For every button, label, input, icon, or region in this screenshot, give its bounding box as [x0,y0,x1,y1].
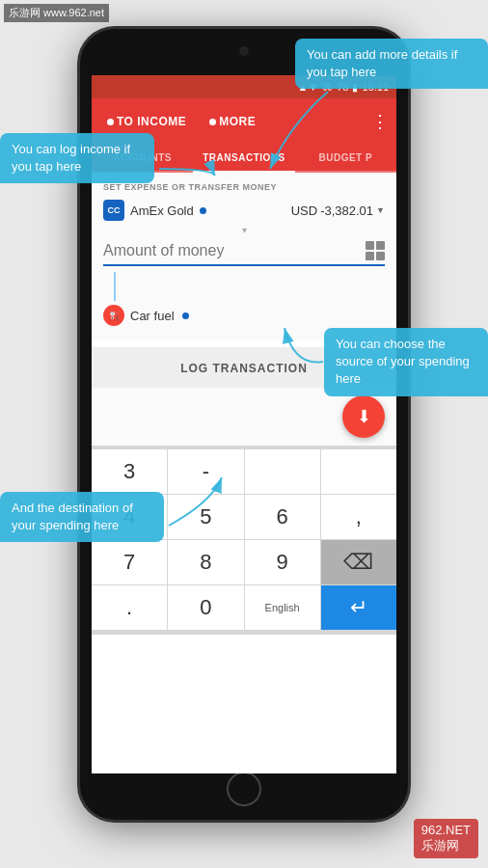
account-amount: USD -3,382.01 ▼ [291,203,385,218]
tab-transactions[interactable]: TRANSACTIONS [193,145,294,173]
down-caret: ▾ [103,225,385,235]
key-empty-2 [321,449,396,494]
key-5[interactable]: 5 [168,495,243,539]
keyboard-row-4: . 0 English ↵ [92,585,396,630]
account-left: CC AmEx Gold [103,200,206,221]
key-0[interactable]: 0 [168,585,243,630]
fab-download-icon: ⬇ [357,406,371,427]
callout-log-income: You can log income if you tap here [0,133,154,183]
calculator-icon[interactable] [366,241,385,260]
amount-value: -3,382.01 [320,203,373,218]
phone-camera [239,46,249,56]
more-label: MORE [219,115,256,128]
key-dot[interactable]: . [92,585,167,630]
content-area: SET EXPENSE OR TRANSFER MONEY CC AmEx Go… [92,173,396,339]
category-row: ⛽ Car fuel [103,305,385,326]
calc-cell-4 [376,252,385,260]
log-button-label: LOG TRANSACTION [180,362,308,375]
keyboard-row-1: 3 - [92,449,396,494]
wm-line1: 962.NET [421,823,471,837]
fab-row: ⬇ [92,388,396,446]
key-backspace[interactable]: ⌫ [321,540,396,584]
account-icon: CC [103,200,124,221]
watermark-bottom: 962.NET 乐游网 [414,819,478,858]
category-name[interactable]: Car fuel [130,309,175,323]
key-9[interactable]: 9 [245,540,320,584]
calc-cell-3 [366,252,374,260]
to-income-button[interactable]: TO INCOME [99,111,194,132]
account-select-dot [200,207,206,214]
keyboard-row-3: 7 8 9 ⌫ [92,540,396,584]
callout-destination: And the destination of your spending her… [0,492,164,542]
menu-icon: ⋮ [371,111,389,132]
key-6[interactable]: 6 [245,495,320,539]
tab-budget[interactable]: BUDGET P [295,145,396,173]
key-8[interactable]: 8 [168,540,243,584]
key-3[interactable]: 3 [92,449,167,494]
key-english[interactable]: English [245,585,320,630]
to-income-label: TO INCOME [117,115,186,128]
more-button[interactable]: MORE [202,111,263,132]
vertical-connector-line [114,272,116,301]
watermark-bottom-text: 962.NET 乐游网 [414,819,478,858]
section-title: SET EXPENSE OR TRANSFER MONEY [103,182,385,192]
calc-cell-1 [366,241,374,250]
calc-cell-2 [376,241,385,250]
key-enter[interactable]: ↵ [321,585,396,630]
category-icon: ⛽ [103,305,124,326]
key-7[interactable]: 7 [92,540,167,584]
amount-input[interactable] [103,242,366,259]
callout-add-details: You can add more details if you tap here [295,39,488,89]
more-dot [209,119,216,125]
fab-button[interactable]: ⬇ [342,395,385,438]
amount-input-row [103,241,385,266]
key-comma[interactable]: , [321,495,396,539]
to-income-dot [107,119,114,125]
amount-dropdown-arrow[interactable]: ▼ [376,205,385,215]
currency-label: USD [291,203,317,218]
phone-home[interactable] [227,772,261,806]
key-empty-1 [245,449,320,494]
key-minus[interactable]: - [168,449,243,494]
account-row: CC AmEx Gold USD -3,382.01 ▼ [103,200,385,221]
account-name[interactable]: AmEx Gold [130,203,194,218]
watermark-top: 乐游网 www.962.net [4,4,109,22]
callout-choose-source: You can choose the source of your spendi… [324,328,488,396]
category-select-dot [182,312,189,319]
connector-area [103,272,385,301]
wm-line2: 乐游网 [421,838,459,853]
menu-button[interactable]: ⋮ [371,111,389,132]
